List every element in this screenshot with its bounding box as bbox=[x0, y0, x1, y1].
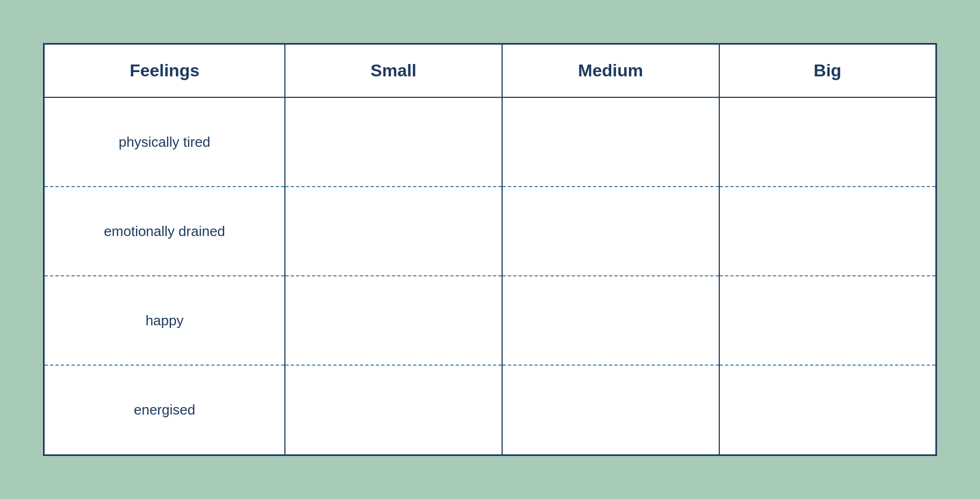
medium-cell-3 bbox=[502, 365, 719, 455]
big-cell-0 bbox=[719, 97, 936, 187]
small-cell-1 bbox=[285, 187, 502, 276]
medium-cell-0 bbox=[502, 97, 719, 187]
feeling-cell-happy: happy bbox=[44, 276, 285, 365]
header-big: Big bbox=[719, 44, 936, 98]
big-cell-1 bbox=[719, 187, 936, 276]
header-feelings: Feelings bbox=[44, 44, 285, 98]
big-cell-3 bbox=[719, 365, 936, 455]
small-cell-2 bbox=[285, 276, 502, 365]
table-row: emotionally drained bbox=[44, 187, 936, 276]
table-row: energised bbox=[44, 365, 936, 455]
table-row: happy bbox=[44, 276, 936, 365]
page-container: Feelings Small Medium Big physically tir… bbox=[0, 0, 980, 499]
medium-cell-1 bbox=[502, 187, 719, 276]
header-medium: Medium bbox=[502, 44, 719, 98]
big-cell-2 bbox=[719, 276, 936, 365]
feeling-cell-energised: energised bbox=[44, 365, 285, 455]
table-row: physically tired bbox=[44, 97, 936, 187]
feelings-table: Feelings Small Medium Big physically tir… bbox=[43, 43, 937, 456]
small-cell-0 bbox=[285, 97, 502, 187]
feeling-cell-physically-tired: physically tired bbox=[44, 97, 285, 187]
small-cell-3 bbox=[285, 365, 502, 455]
feeling-cell-emotionally-drained: emotionally drained bbox=[44, 187, 285, 276]
header-small: Small bbox=[285, 44, 502, 98]
medium-cell-2 bbox=[502, 276, 719, 365]
